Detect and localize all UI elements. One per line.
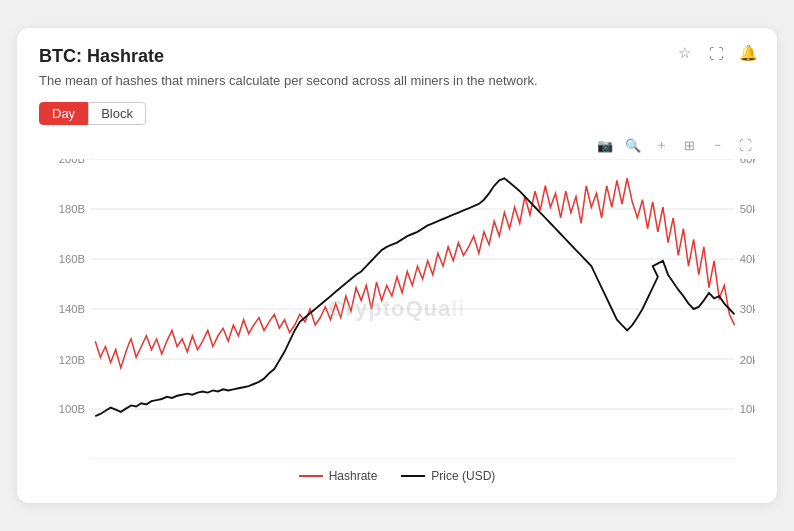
svg-text:30k: 30k [740,303,755,315]
zoom-icon[interactable]: 🔍 [623,135,643,155]
legend-price-label: Price (USD) [431,469,495,483]
bell-icon[interactable]: 🔔 [737,42,759,64]
tab-group: Day Block [39,102,755,125]
chart-subtitle: The mean of hashes that miners calculate… [39,73,755,88]
star-icon[interactable]: ☆ [673,42,695,64]
legend-hashrate-label: Hashrate [329,469,378,483]
svg-text:10k: 10k [740,403,755,415]
expand-icon[interactable]: ⊞ [679,135,699,155]
chart-toolbar: 📷 🔍 ＋ ⊞ － ⛶ [39,135,755,155]
hashrate-line [95,178,734,368]
svg-text:120B: 120B [59,353,86,365]
camera-icon[interactable]: 📷 [595,135,615,155]
svg-text:20k: 20k [740,353,755,365]
tab-block[interactable]: Block [88,102,146,125]
legend-hashrate-line [299,475,323,477]
chart-area: CryptoQuali 200B 180B 160B 140B 120B 100… [39,159,755,459]
tab-day[interactable]: Day [39,102,88,125]
fullscreen-top-icon[interactable]: ⛶ [705,42,727,64]
plus-icon[interactable]: ＋ [651,135,671,155]
chart-card: ☆ ⛶ 🔔 BTC: Hashrate The mean of hashes t… [17,28,777,503]
svg-text:60k: 60k [740,159,755,165]
svg-text:180B: 180B [59,202,86,214]
svg-text:40k: 40k [740,253,755,265]
svg-text:50k: 50k [740,202,755,214]
svg-text:160B: 160B [59,253,86,265]
svg-text:100B: 100B [59,403,86,415]
svg-text:200B: 200B [59,159,86,165]
legend-price: Price (USD) [401,469,495,483]
minus-icon[interactable]: － [707,135,727,155]
chart-svg: 200B 180B 160B 140B 120B 100B 60k 50k 40… [39,159,755,459]
legend-hashrate: Hashrate [299,469,378,483]
legend-price-line [401,475,425,477]
chart-title: BTC: Hashrate [39,46,755,67]
chart-legend: Hashrate Price (USD) [39,469,755,483]
fullscreen-icon[interactable]: ⛶ [735,135,755,155]
svg-text:140B: 140B [59,303,86,315]
